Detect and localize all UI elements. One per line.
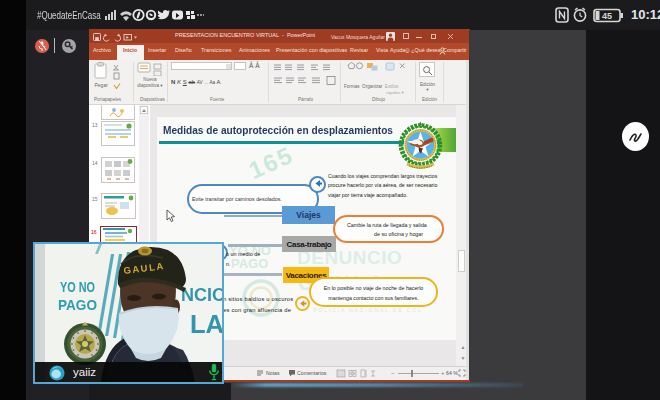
- svg-text:45: 45: [602, 11, 612, 21]
- svg-text:Pegar: Pegar: [95, 82, 109, 88]
- svg-text:YO NO: YO NO: [60, 279, 95, 295]
- svg-text:LA: LA: [190, 310, 222, 338]
- svg-text:PAGO: PAGO: [58, 296, 97, 313]
- svg-text:NCIO: NCIO: [181, 284, 222, 305]
